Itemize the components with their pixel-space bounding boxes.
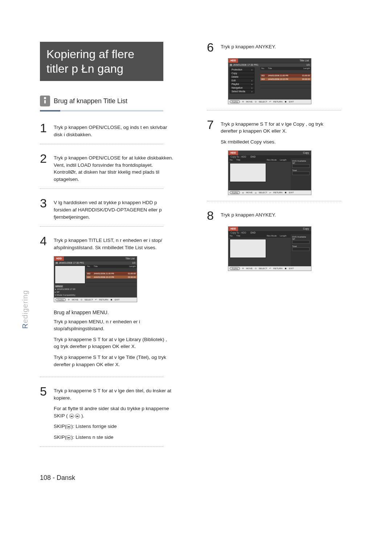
select-icon: ⊙	[255, 100, 257, 103]
right-column: 6 Tryk p knappen ANYKEY. HDD Title List …	[207, 42, 352, 456]
menu-step: Tryk p knappen MENU, n r enheden er i st…	[54, 318, 173, 332]
move-icon: ✢	[242, 100, 244, 103]
device-tag: HDD	[228, 227, 238, 231]
context-menu: Protection▸ Copy Delete Edit▸ Playlist▸ …	[230, 68, 254, 93]
divider	[40, 226, 163, 227]
step-body: Tryk p knappen OPEN/CLOSE, og inds t en …	[54, 122, 174, 138]
left-column: Kopiering af flere titler p Łn gang Brug…	[40, 42, 185, 456]
step-text: Tryk p knappen ANYKEY.	[221, 211, 341, 219]
step-body: Tryk p knappen ANYKEY.	[221, 42, 341, 53]
copy-columns: No. Title Rec.Mode Length	[228, 234, 291, 238]
anykey-menu-screenshot: HDD Title List ▤ JAN/01/2006 17:30 PR1 1…	[228, 58, 311, 104]
return-icon: ↶	[269, 191, 271, 194]
title-metadata: MPEG2 ● JAN/01/2006 17:30 ▸ SP V-Mode Co…	[55, 285, 85, 297]
copy-tab: DVD	[248, 231, 258, 234]
context-menu-item: Navigation▸	[230, 86, 254, 90]
anykey-button: Anykey	[230, 267, 240, 270]
osd-body: Protection▸ Copy Delete Edit▸ Playlist▸ …	[228, 67, 311, 100]
col-no: No.	[86, 265, 93, 268]
osd-list-pane: No. Title Length 002 JAN/01/2006 21:00 P…	[260, 67, 311, 100]
osd-body: Copy To : HDD DVD No. Title Rec.Mode Len…	[228, 231, 311, 266]
chevron-right-icon: ▸	[252, 79, 253, 82]
table-row	[260, 88, 311, 92]
return-icon: ↶	[269, 267, 271, 270]
exit-icon: ⏹	[285, 191, 287, 194]
screen-name: Copy	[301, 227, 311, 231]
table-row: 002 JAN/01/2006 21:00 PR 01:00:00	[260, 73, 311, 77]
title-line-2: titler p Łn gang	[46, 61, 157, 76]
arrow-icon: ▸	[55, 291, 56, 293]
move-icon: ✢	[242, 191, 244, 194]
device-tag: HDD	[228, 151, 238, 155]
menu-alternative-block: Brug af knappen MENU. Tryk p knappen MEN…	[54, 310, 173, 368]
skip-prev-icon: ⏮	[66, 424, 71, 429]
select-icon: ⊙	[255, 191, 257, 194]
context-menu-item: Select Media▸	[230, 90, 254, 93]
anykey-button: Anykey	[230, 191, 240, 194]
page-indicator: 1/3	[306, 64, 310, 66]
divider	[40, 189, 163, 189]
step-text: Sk rmbilledet Copy vises.	[221, 138, 341, 146]
osd-header: HDD Title List	[54, 256, 137, 261]
osd-preview-pane: Protection▸ Copy Delete Edit▸ Playlist▸ …	[228, 67, 260, 100]
table-row	[260, 84, 311, 88]
osd-footer: Anykey ✢MOVE ⊙SELECT ↶RETURN ⏹EXIT	[54, 298, 137, 302]
step-text: Tryk p knapperne S T for at v lge Copy ,…	[221, 121, 341, 135]
page-content: Redigering Kopiering af flere titler p Ł…	[40, 42, 352, 456]
osd-window: HDD Copy Copy To : HDD DVD No.	[228, 150, 311, 195]
osd-footer: Anykey ✢MOVE ⊙SELECT ↶RETURN ⏹EXIT	[228, 100, 311, 104]
osd-preview-pane: MPEG2 ● JAN/01/2006 17:30 ▸ SP V-Mode Co…	[54, 265, 86, 298]
osd-header: HDD Copy	[228, 151, 311, 155]
copy-main: No. Title Rec.Mode Length DVD Available …	[228, 158, 311, 190]
rec-icon: ●	[55, 288, 56, 290]
col-title: Title	[93, 265, 122, 268]
chevron-right-icon: ▸	[252, 86, 253, 89]
anykey-button: Anykey	[230, 100, 240, 103]
anykey-button: Anykey	[56, 298, 66, 301]
divider	[40, 377, 163, 377]
osd-footer: Anykey ✢MOVE ⊙SELECT ↶RETURN ⏹EXIT	[228, 190, 311, 195]
col-length: Length	[122, 265, 137, 268]
copy-tabs: Copy To : HDD DVD	[228, 155, 311, 158]
osd-subheader: ▤ JAN/01/2006 17:30 PR1 1/3	[228, 63, 311, 67]
step-body: Tryk p knappen TITLE LIST, n r enheden e…	[54, 235, 174, 251]
select-icon: ⊙	[255, 267, 257, 270]
context-menu-item: Edit▸	[230, 79, 254, 82]
device-tag: HDD	[54, 256, 64, 261]
page-footer: 108 - Dansk	[40, 474, 75, 482]
page-title: Kopiering af flere titler p Łn gang	[40, 42, 163, 81]
move-icon: ✢	[242, 267, 244, 270]
step-number: 4	[40, 235, 49, 251]
osd-footer: Anykey ✢MOVE ⊙SELECT ↶RETURN ⏹EXIT	[228, 266, 311, 271]
step-2: 2 Tryk p knappen OPEN/CLOSE for at lukke…	[40, 153, 174, 183]
copy-columns: No. Title Rec.Mode Length	[228, 158, 291, 162]
screen-name: Title List	[297, 58, 311, 63]
copy-to-label: Copy To : HDD	[228, 155, 248, 158]
skip-prev-icon: ⏮	[69, 414, 74, 418]
chevron-right-icon: ▸	[252, 90, 253, 93]
osd-list-pane: No. Title Length 002 JAN/01/2006 21:00 P…	[86, 265, 137, 298]
chevron-right-icon: ▸	[252, 83, 253, 85]
step-body: Tryk p knapperne S T for at v lge Copy ,…	[221, 119, 341, 146]
progress-bar	[292, 247, 310, 251]
subhead-text: Brug af knappen Title List	[54, 97, 127, 105]
step-number: 2	[40, 153, 49, 183]
divider	[40, 446, 163, 447]
step-3: 3 V lg harddisken ved at trykke p knappe…	[40, 198, 174, 221]
copy-to-label: Copy To : HDD	[228, 231, 248, 234]
osd-body: MPEG2 ● JAN/01/2006 17:30 ▸ SP V-Mode Co…	[54, 265, 137, 298]
step-text: V lg harddisken ved at trykke p knappen …	[54, 199, 174, 221]
thumbnail	[230, 239, 266, 258]
device-tag: HDD	[228, 58, 238, 63]
step-text: Tryk p knappen TITLE LIST, n r enheden e…	[54, 237, 174, 251]
return-icon: ↶	[95, 298, 97, 301]
osd-header: HDD Copy	[228, 227, 311, 231]
copy-list-pane: No. Title Rec.Mode Length	[228, 158, 291, 190]
step-number: 6	[207, 42, 216, 53]
step-1: 1 Tryk p knappen OPEN/CLOSE, og inds t e…	[40, 122, 174, 138]
divider	[40, 144, 163, 144]
context-menu-item: Copy	[230, 72, 254, 75]
move-icon: ✢	[68, 298, 70, 301]
title-line-1: Kopiering af flere	[46, 47, 157, 61]
exit-icon: ⏹	[110, 299, 113, 301]
